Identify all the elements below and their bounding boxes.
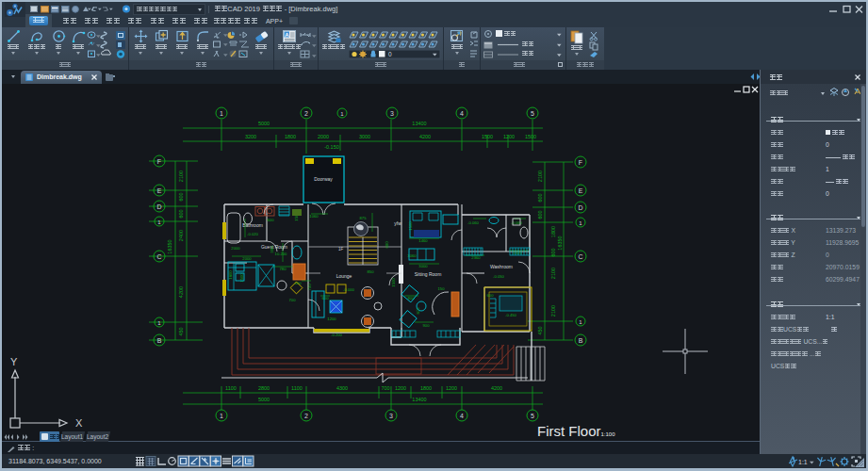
svg-text:4200: 4200 <box>178 286 184 298</box>
svg-text:900: 900 <box>423 323 431 328</box>
svg-text:875: 875 <box>360 216 368 220</box>
svg-text:2000: 2000 <box>318 134 329 139</box>
svg-text:4: 4 <box>460 413 464 419</box>
svg-text:450: 450 <box>178 327 184 335</box>
svg-text:1200: 1200 <box>446 385 457 391</box>
svg-text:1500: 1500 <box>408 221 413 231</box>
svg-text:Washroom: Washroom <box>490 264 513 269</box>
svg-text:1200: 1200 <box>503 134 515 139</box>
svg-text:1: 1 <box>220 110 223 117</box>
svg-text:150: 150 <box>438 286 446 291</box>
svg-text:D: D <box>578 204 582 211</box>
svg-text:2800: 2800 <box>258 385 270 391</box>
svg-text:600: 600 <box>178 192 184 201</box>
svg-text:1800: 1800 <box>420 385 432 391</box>
svg-text:E: E <box>157 187 162 194</box>
svg-text:3000: 3000 <box>359 134 370 139</box>
svg-text:1200: 1200 <box>327 317 336 321</box>
svg-text:Y: Y <box>10 356 18 367</box>
svg-text:1: 1 <box>579 220 582 226</box>
svg-text:1060: 1060 <box>309 214 319 219</box>
svg-text:1460: 1460 <box>418 238 428 243</box>
svg-text:1F: 1F <box>338 247 344 252</box>
svg-text:600: 600 <box>268 218 275 222</box>
svg-text:4200: 4200 <box>491 385 502 391</box>
svg-text:4300: 4300 <box>336 385 348 391</box>
svg-text:2000: 2000 <box>231 246 240 251</box>
svg-text:3000: 3000 <box>418 264 428 268</box>
svg-text:1500: 1500 <box>482 134 493 139</box>
svg-text:600: 600 <box>385 241 389 249</box>
svg-text:X: X <box>75 417 83 429</box>
svg-text:E: E <box>579 187 583 194</box>
svg-text:1100: 1100 <box>225 385 237 391</box>
svg-text:F: F <box>157 158 161 165</box>
svg-text:3200: 3200 <box>245 134 256 139</box>
svg-text:600: 600 <box>537 193 543 202</box>
svg-text:1200: 1200 <box>395 385 406 391</box>
svg-text:600: 600 <box>550 248 556 256</box>
svg-text:4: 4 <box>460 110 464 117</box>
svg-text:-0.020: -0.020 <box>247 232 259 236</box>
svg-text:3: 3 <box>389 413 393 419</box>
svg-text:780: 780 <box>280 267 287 271</box>
svg-text:1: 1 <box>157 320 161 326</box>
svg-text:-0.450: -0.450 <box>505 313 517 317</box>
svg-text:1500: 1500 <box>391 278 396 287</box>
svg-text:16350: 16350 <box>167 239 172 253</box>
svg-text:600: 600 <box>487 293 495 298</box>
svg-text:1: 1 <box>220 413 223 419</box>
svg-text:B: B <box>579 337 583 344</box>
svg-text:450: 450 <box>537 326 543 334</box>
svg-text:900: 900 <box>270 246 274 253</box>
svg-text:F: F <box>579 159 582 166</box>
svg-text:-0.150: -0.150 <box>324 144 339 150</box>
svg-text:2100: 2100 <box>537 171 543 182</box>
svg-text:4200: 4200 <box>419 134 431 139</box>
svg-text:850: 850 <box>368 269 375 274</box>
svg-text:600: 600 <box>322 296 330 300</box>
svg-text:D: D <box>156 203 161 210</box>
svg-text:Lounge: Lounge <box>336 273 352 279</box>
svg-text:10.200: 10.200 <box>275 252 287 256</box>
svg-text:13400: 13400 <box>412 121 426 126</box>
svg-text:2360: 2360 <box>471 255 481 260</box>
svg-text:750: 750 <box>307 284 312 291</box>
svg-text:1500: 1500 <box>525 134 536 139</box>
svg-text:2100: 2100 <box>550 268 556 279</box>
svg-text:yfw: yfw <box>394 220 401 226</box>
svg-text:600: 600 <box>178 209 184 218</box>
svg-text:Sitting Room: Sitting Room <box>415 271 442 277</box>
svg-text:3: 3 <box>390 110 394 117</box>
svg-text:1: 1 <box>340 111 344 117</box>
svg-text:-0.000: -0.000 <box>343 287 355 292</box>
svg-text:-0.060: -0.060 <box>467 220 480 225</box>
svg-text:2100: 2100 <box>550 305 556 317</box>
svg-text:5000: 5000 <box>258 397 270 402</box>
svg-text:1: 1 <box>157 219 161 225</box>
svg-text:5: 5 <box>531 413 534 419</box>
svg-text:700: 700 <box>289 298 297 302</box>
svg-text:2000: 2000 <box>242 256 252 261</box>
svg-text:2400: 2400 <box>178 230 184 241</box>
svg-text:1800: 1800 <box>228 270 233 280</box>
svg-text:1800: 1800 <box>285 134 296 139</box>
svg-text:2100: 2100 <box>178 171 184 182</box>
svg-text:-0.050: -0.050 <box>493 274 505 279</box>
svg-text:1100: 1100 <box>291 385 303 391</box>
svg-text:1: 1 <box>579 319 582 325</box>
svg-text:C: C <box>156 253 161 260</box>
svg-text:13400: 13400 <box>412 397 426 402</box>
svg-text:C: C <box>578 253 582 260</box>
svg-text:First Floor1:100: First Floor1:100 <box>537 423 615 439</box>
svg-text:1800: 1800 <box>550 226 556 237</box>
svg-text:5: 5 <box>531 110 534 117</box>
svg-text:16350: 16350 <box>557 236 563 250</box>
svg-text:600: 600 <box>537 210 543 219</box>
svg-text:5000: 5000 <box>258 121 270 126</box>
svg-text:Doorway: Doorway <box>314 176 333 182</box>
svg-text:700: 700 <box>381 385 389 391</box>
svg-text:2: 2 <box>304 413 308 419</box>
svg-text:2: 2 <box>304 110 308 117</box>
svg-text:-0.200: -0.200 <box>331 333 343 337</box>
